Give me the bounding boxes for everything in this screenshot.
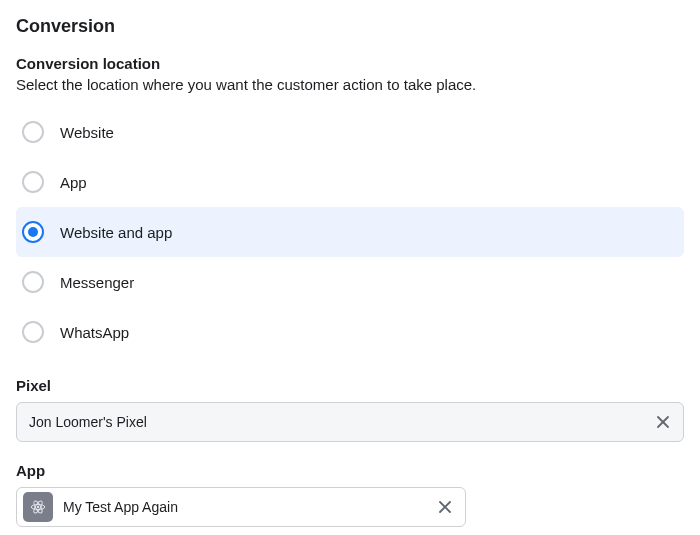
app-value: My Test App Again [63,499,433,515]
pixel-clear-button[interactable] [651,410,675,434]
conversion-location-radio-list: Website App Website and app Messenger Wh… [16,107,684,357]
pixel-value: Jon Loomer's Pixel [29,414,651,430]
radio-label: Website [60,124,114,141]
app-icon [23,492,53,522]
radio-label: WhatsApp [60,324,129,341]
radio-label: Website and app [60,224,172,241]
radio-option-website-and-app[interactable]: Website and app [16,207,684,257]
app-selector[interactable]: My Test App Again [16,487,466,527]
app-clear-button[interactable] [433,495,457,519]
radio-label: App [60,174,87,191]
radio-circle [22,271,44,293]
radio-dot-icon [28,227,38,237]
radio-option-whatsapp[interactable]: WhatsApp [16,307,684,357]
section-title: Conversion [16,16,684,37]
radio-option-website[interactable]: Website [16,107,684,157]
pixel-field-label: Pixel [16,377,684,394]
conversion-location-desc: Select the location where you want the c… [16,76,684,93]
radio-label: Messenger [60,274,134,291]
radio-circle [22,171,44,193]
radio-circle [22,321,44,343]
close-icon [656,415,670,429]
atom-icon [29,498,47,516]
pixel-selector[interactable]: Jon Loomer's Pixel [16,402,684,442]
radio-option-app[interactable]: App [16,157,684,207]
close-icon [438,500,452,514]
radio-option-messenger[interactable]: Messenger [16,257,684,307]
radio-circle [22,121,44,143]
conversion-location-title: Conversion location [16,55,684,72]
svg-point-2 [37,506,39,508]
app-field-label: App [16,462,684,479]
radio-circle [22,221,44,243]
